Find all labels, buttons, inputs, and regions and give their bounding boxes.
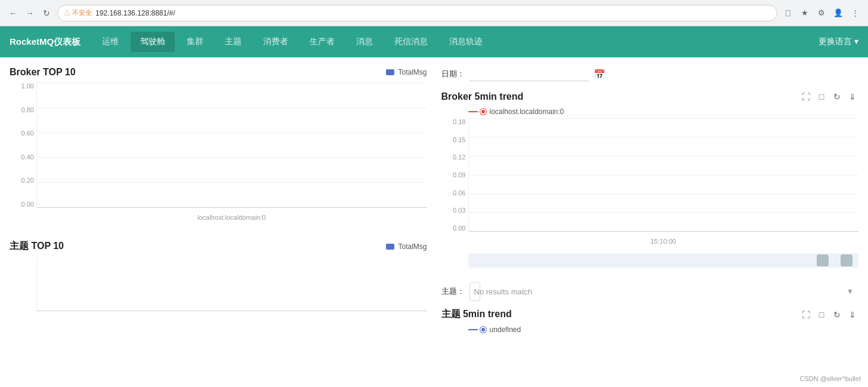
extension-icon[interactable]: ⚙: [816, 7, 827, 19]
security-warning: △ 不安全: [64, 8, 92, 17]
cast-icon[interactable]: ⎕: [782, 7, 794, 19]
account-icon[interactable]: 👤: [832, 7, 844, 19]
nav-item-jiqun[interactable]: 集群: [177, 32, 213, 52]
lang-switcher[interactable]: 更换语言 ▾: [818, 36, 858, 47]
y-003: 0.03: [453, 207, 465, 214]
bookmark-icon[interactable]: ★: [799, 7, 811, 19]
broker-trend-series-label: localhost.localdomain:0: [490, 108, 564, 116]
y-label-040: 0.40: [21, 153, 34, 161]
nav-item-xiaoxiguiji[interactable]: 消息轨迹: [440, 32, 492, 52]
grid-line-5: [37, 182, 427, 183]
y-012: 0.12: [453, 153, 465, 161]
y-009: 0.09: [453, 171, 465, 179]
slider-wrapper: [441, 253, 859, 268]
topic-select-wrapper: ▼ No results match: [469, 282, 859, 301]
series-dot: [480, 109, 486, 115]
topic-top10-area: [10, 257, 427, 329]
broker-trend-area: 0.18 0.15 0.12 0.09 0.06 0.03 0.00: [441, 118, 859, 250]
legend-dot: [386, 69, 394, 75]
tgrid-5: [469, 194, 859, 194]
topic-select[interactable]: [469, 282, 480, 301]
topic-legend-dot: [386, 244, 394, 250]
trend-slider[interactable]: [468, 253, 859, 268]
refresh-button[interactable]: ↻: [41, 7, 52, 19]
y-015: 0.15: [453, 136, 465, 143]
broker-top10-section: Broker TOP 10 TotalMsg 1.00 0.80 0.60 0.…: [10, 67, 427, 226]
broker-trend-plot: [468, 118, 859, 232]
topic-series-line-dash: [468, 329, 478, 330]
nav-item-xiaoxi[interactable]: 消息: [347, 32, 382, 52]
refresh-icon[interactable]: ↻: [831, 91, 843, 103]
broker-trend-xtext: 15:10:00: [650, 238, 676, 245]
slider-handle-left[interactable]: [817, 254, 829, 266]
broker-trend-actions: ⛶ □ ↻ ⇓: [800, 91, 858, 103]
broker-top10-header: Broker TOP 10 TotalMsg: [10, 67, 427, 78]
topic-resize-icon[interactable]: □: [816, 309, 827, 321]
select-arrow-icon: ▼: [847, 287, 854, 296]
topic-label: 主题：: [441, 286, 465, 297]
tgrid-6: [469, 212, 859, 213]
nav-item-sixinxiaoxi[interactable]: 死信消息: [385, 32, 437, 52]
topic-download-icon[interactable]: ⇓: [847, 309, 858, 321]
topic-expand-icon[interactable]: ⛶: [800, 309, 812, 321]
topic-top10-legend-label: TotalMsg: [398, 242, 427, 251]
topic-selector-row: 主题： ▼ No results match: [441, 282, 859, 301]
tgrid-3: [469, 156, 859, 156]
topic-top10-title: 主题 TOP 10: [10, 240, 64, 253]
y-000: 0.00: [453, 225, 465, 232]
address-bar[interactable]: △ 不安全 192.168.136.128:8881/#/: [57, 5, 777, 22]
url-text: 192.168.136.128:8881/#/: [95, 9, 175, 17]
main-content: Broker TOP 10 TotalMsg 1.00 0.80 0.60 0.…: [0, 57, 868, 358]
topic-top10-plot: [36, 257, 427, 311]
nav-item-yunwei[interactable]: 运维: [92, 32, 128, 52]
broker-trend-section: Broker 5min trend ⛶ □ ↻ ⇓ localhost.loca…: [441, 91, 859, 268]
grid-line-1: [37, 82, 427, 83]
menu-icon[interactable]: ⋮: [849, 7, 861, 19]
broker-top10-area: 1.00 0.80 0.60 0.40 0.20 0.00: [10, 82, 427, 226]
y-label-080: 0.80: [21, 106, 34, 113]
broker-trend-xlabel: 15:10:00: [468, 233, 859, 250]
topic-trend-section: 主题 5min trend ⛶ □ ↻ ⇓ undefined: [441, 308, 859, 334]
topic-top10-header: 主题 TOP 10 TotalMsg: [10, 240, 427, 253]
topic-top10-yaxis: [10, 257, 36, 329]
topic-trend-legend: undefined: [468, 325, 859, 334]
resize-icon[interactable]: □: [816, 91, 827, 103]
series-line-dash: [468, 111, 478, 112]
back-button[interactable]: ←: [7, 7, 19, 19]
y-006: 0.06: [453, 189, 465, 196]
date-label: 日期：: [441, 69, 465, 79]
date-input[interactable]: [469, 67, 589, 81]
topic-top10-legend: TotalMsg: [386, 242, 427, 251]
y-018: 0.18: [453, 118, 465, 125]
broker-top10-xlabel: localhost.localdomain:0: [36, 209, 427, 226]
broker-top10-legend: TotalMsg: [386, 68, 427, 76]
topic-trend-actions: ⛶ □ ↻ ⇓: [800, 309, 858, 321]
topic-trend-series-label: undefined: [490, 325, 521, 334]
grid-line-2: [37, 108, 427, 108]
broker-trend-legend: localhost.localdomain:0: [468, 108, 859, 116]
slider-handle-right[interactable]: [841, 254, 852, 266]
broker-top10-legend-label: TotalMsg: [398, 68, 427, 76]
broker-trend-yaxis: 0.18 0.15 0.12 0.09 0.06 0.03 0.00: [441, 118, 468, 232]
tgrid-2: [469, 137, 859, 137]
y-label-000: 0.00: [21, 201, 34, 208]
nav-item-xiaofeizhe[interactable]: 消费者: [254, 32, 298, 52]
topic-series-line: [468, 327, 486, 333]
nav-item-shengchanzhe[interactable]: 生产者: [300, 32, 344, 52]
left-panel: Broker TOP 10 TotalMsg 1.00 0.80 0.60 0.…: [10, 67, 427, 348]
forward-button[interactable]: →: [24, 7, 36, 19]
expand-icon[interactable]: ⛶: [800, 91, 812, 103]
nav-items: 运维 驾驶舱 集群 主题 消费者 生产者 消息 死信消息 消息轨迹: [92, 32, 818, 52]
broker-top10-yaxis: 1.00 0.80 0.60 0.40 0.20 0.00: [10, 82, 36, 208]
broker-top10-title: Broker TOP 10: [10, 67, 76, 78]
broker-top10-plot: [36, 82, 427, 208]
tgrid-4: [469, 175, 859, 176]
download-icon[interactable]: ⇓: [847, 91, 858, 103]
brand-label[interactable]: RocketMQ仪表板: [10, 36, 81, 48]
nav-bar: RocketMQ仪表板 运维 驾驶舱 集群 主题 消费者 生产者 消息 死信消息…: [0, 26, 868, 57]
browser-actions: ⎕ ★ ⚙ 👤 ⋮: [782, 7, 861, 19]
topic-refresh-icon[interactable]: ↻: [831, 309, 843, 321]
nav-item-jiashicang[interactable]: 驾驶舱: [131, 32, 175, 52]
calendar-icon[interactable]: 📅: [594, 69, 606, 80]
nav-item-zhuti[interactable]: 主题: [215, 32, 251, 52]
